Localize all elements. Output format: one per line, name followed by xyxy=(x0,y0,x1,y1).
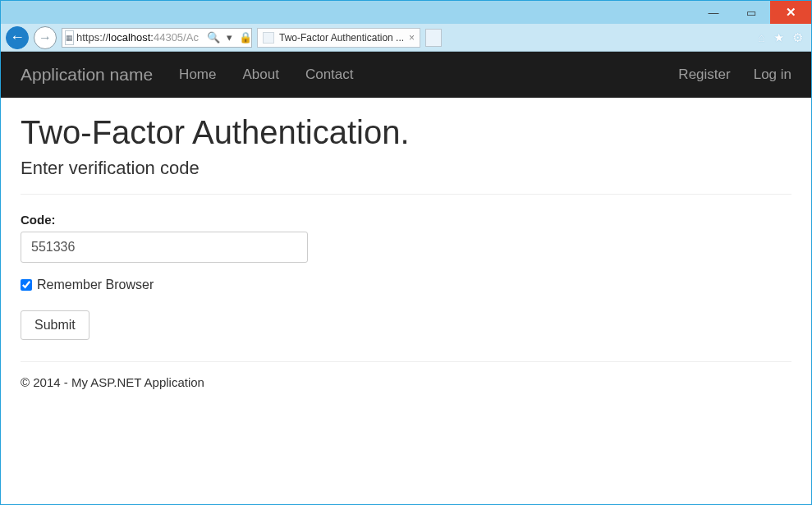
page-subtitle: Enter verification code xyxy=(21,158,791,179)
window-maximize-button[interactable]: ▭ xyxy=(732,1,770,24)
page-container: Two-Factor Authentication. Enter verific… xyxy=(1,98,811,406)
page-title: Two-Factor Authentication. xyxy=(21,114,791,151)
browser-window: — ▭ ✕ ← → ▦ https://localhost:44305/Ac 🔍… xyxy=(0,0,812,505)
browser-menu-icons: ⌂ ★ ⚙ xyxy=(758,30,806,45)
minimize-icon: — xyxy=(709,7,719,19)
brand-link[interactable]: Application name xyxy=(21,65,153,85)
maximize-icon: ▭ xyxy=(746,7,756,19)
search-icon[interactable]: 🔍 xyxy=(207,31,220,44)
nav-back-button[interactable]: ← xyxy=(6,26,29,49)
dropdown-icon[interactable]: ▾ xyxy=(227,31,232,44)
window-titlebar: — ▭ ✕ xyxy=(1,1,811,24)
remember-browser-row: Remember Browser xyxy=(21,278,791,292)
code-label: Code: xyxy=(21,213,791,227)
new-tab-button[interactable] xyxy=(425,29,442,47)
nav-home-link[interactable]: Home xyxy=(179,67,216,83)
navbar-right: Register Log in xyxy=(678,67,791,83)
settings-icon[interactable]: ⚙ xyxy=(792,30,803,45)
site-navbar: Application name Home About Contact Regi… xyxy=(1,52,811,98)
footer-text: © 2014 - My ASP.NET Application xyxy=(21,375,204,389)
home-icon[interactable]: ⌂ xyxy=(758,30,765,44)
code-field-group: Code: xyxy=(21,213,791,263)
page-viewport: Application name Home About Contact Regi… xyxy=(1,52,811,504)
window-close-button[interactable]: ✕ xyxy=(770,1,811,24)
code-input[interactable] xyxy=(21,232,308,263)
tab-title: Two-Factor Authentication ... xyxy=(279,32,404,44)
page-favicon-icon: ▦ xyxy=(65,30,74,45)
remember-browser-checkbox[interactable] xyxy=(21,279,32,291)
address-url-path: 44305/Ac xyxy=(154,31,202,44)
browser-toolbar: ← → ▦ https://localhost:44305/Ac 🔍 ▾ 🔒 ↻… xyxy=(1,24,811,52)
navbar-links: Home About Contact xyxy=(179,67,353,83)
arrow-left-icon: ← xyxy=(10,29,25,46)
window-minimize-button[interactable]: — xyxy=(695,1,732,24)
remember-browser-label: Remember Browser xyxy=(37,278,154,292)
nav-login-link[interactable]: Log in xyxy=(754,67,791,83)
browser-tab[interactable]: Two-Factor Authentication ... × xyxy=(257,28,420,48)
address-bar[interactable]: ▦ https://localhost:44305/Ac 🔍 ▾ 🔒 ↻ xyxy=(62,28,252,48)
close-icon: ✕ xyxy=(786,5,796,20)
nav-register-link[interactable]: Register xyxy=(678,67,730,83)
nav-about-link[interactable]: About xyxy=(242,67,278,83)
nav-contact-link[interactable]: Contact xyxy=(305,67,354,83)
page-footer: © 2014 - My ASP.NET Application xyxy=(21,361,791,389)
nav-forward-button[interactable]: → xyxy=(34,26,57,49)
favorites-icon[interactable]: ★ xyxy=(773,30,784,45)
address-url-host: localhost: xyxy=(108,31,154,44)
tab-favicon-icon xyxy=(263,32,274,44)
tab-close-button[interactable]: × xyxy=(409,32,415,44)
divider xyxy=(21,194,791,195)
submit-button[interactable]: Submit xyxy=(21,310,89,340)
lock-icon: 🔒 xyxy=(239,31,252,44)
address-url-prefix: https:// xyxy=(76,31,108,44)
arrow-right-icon: → xyxy=(39,30,52,45)
